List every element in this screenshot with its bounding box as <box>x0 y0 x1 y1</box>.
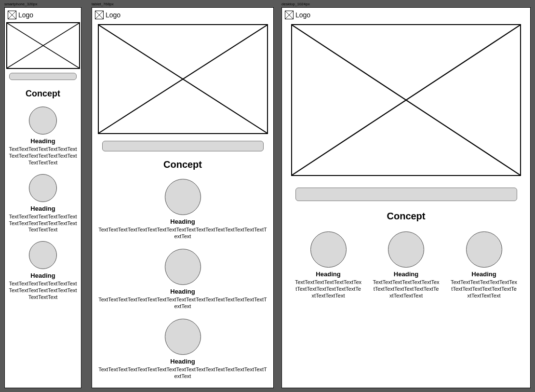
item-icon-placeholder <box>388 231 424 268</box>
item-heading: Heading <box>30 205 55 213</box>
item-icon-placeholder <box>310 231 347 268</box>
item-heading: Heading <box>170 288 195 296</box>
item-body: TextTextTextTextTextTextTextTextTextText… <box>294 279 362 299</box>
concept-item: Heading TextTextTextTextTextTextTextText… <box>294 231 362 299</box>
concept-heading: Concept <box>7 89 79 99</box>
item-heading: Heading <box>471 270 496 278</box>
item-body: TextTextTextTextTextTextTextTextTextText… <box>98 366 267 380</box>
item-icon-placeholder <box>29 174 57 202</box>
concept-item: Heading TextTextTextTextTextTextTextText… <box>98 179 267 240</box>
item-body: TextTextTextTextTextTextTextTextTextText… <box>450 279 518 299</box>
concept-heading: Concept <box>94 159 271 170</box>
concept-items-column: Heading TextTextTextTextTextTextTextText… <box>7 99 79 301</box>
frame-desktop: Logo Concept Heading TextTextTextTextTex… <box>281 7 531 388</box>
frame-smartphone: Logo Concept Heading TextTextTextTextTex… <box>4 7 81 388</box>
item-icon-placeholder <box>29 241 57 269</box>
item-icon-placeholder <box>165 249 201 285</box>
concept-item: Heading TextTextTextTextTextTextTextText… <box>373 231 440 299</box>
concept-item: Heading TextTextTextTextTextTextTextText… <box>98 249 267 310</box>
concept-item: Heading TextTextTextTextTextTextTextText… <box>8 241 78 301</box>
logo-label: Logo <box>106 11 120 19</box>
item-body: TextTextTextTextTextTextTextTextTextText… <box>373 279 440 299</box>
frame-label-tablet: tablet_768px <box>92 2 114 6</box>
logo-label: Logo <box>295 11 310 19</box>
item-heading: Heading <box>170 358 195 365</box>
logo-row: Logo <box>94 10 271 22</box>
hero-image-placeholder <box>291 24 521 176</box>
logo-row: Logo <box>7 10 79 22</box>
concept-item: Heading TextTextTextTextTextTextTextText… <box>98 319 267 380</box>
concept-item: Heading TextTextTextTextTextTextTextText… <box>8 174 78 234</box>
item-icon-placeholder <box>466 231 502 268</box>
item-heading: Heading <box>30 137 55 145</box>
item-icon-placeholder <box>165 319 201 355</box>
item-body: TextTextTextTextTextTextTextTextTextText… <box>8 281 78 300</box>
logo-label: Logo <box>18 11 33 19</box>
hero-image-placeholder <box>98 24 268 134</box>
logo-icon <box>285 11 294 19</box>
cta-bar[interactable] <box>102 141 264 151</box>
cta-bar[interactable] <box>295 188 517 201</box>
item-body: TextTextTextTextTextTextTextTextTextText… <box>98 227 267 240</box>
item-body: TextTextTextTextTextTextTextTextTextText… <box>8 146 78 166</box>
concept-items-column: Heading TextTextTextTextTextTextTextText… <box>94 170 271 379</box>
item-heading: Heading <box>30 272 55 280</box>
logo-row: Logo <box>284 10 528 22</box>
item-heading: Heading <box>316 270 340 278</box>
frame-label-smartphone: smartphone_320px <box>4 2 38 6</box>
concept-item: Heading TextTextTextTextTextTextTextText… <box>8 107 78 166</box>
concept-heading: Concept <box>284 211 528 222</box>
item-body: TextTextTextTextTextTextTextTextTextText… <box>8 214 78 233</box>
item-icon-placeholder <box>29 107 57 135</box>
logo-icon <box>8 11 16 19</box>
frame-tablet: Logo Concept Heading TextTextTextTextTex… <box>92 7 274 388</box>
logo-icon <box>95 11 104 19</box>
item-heading: Heading <box>170 218 195 226</box>
hero-image-placeholder <box>6 22 80 69</box>
frame-label-desktop: desktop_1024px <box>281 2 310 6</box>
cta-bar[interactable] <box>9 73 77 80</box>
concept-items-row: Heading TextTextTextTextTextTextTextText… <box>284 231 528 299</box>
item-heading: Heading <box>394 270 418 278</box>
item-icon-placeholder <box>165 179 201 215</box>
concept-item: Heading TextTextTextTextTextTextTextText… <box>450 231 518 299</box>
item-body: TextTextTextTextTextTextTextTextTextText… <box>98 297 267 310</box>
